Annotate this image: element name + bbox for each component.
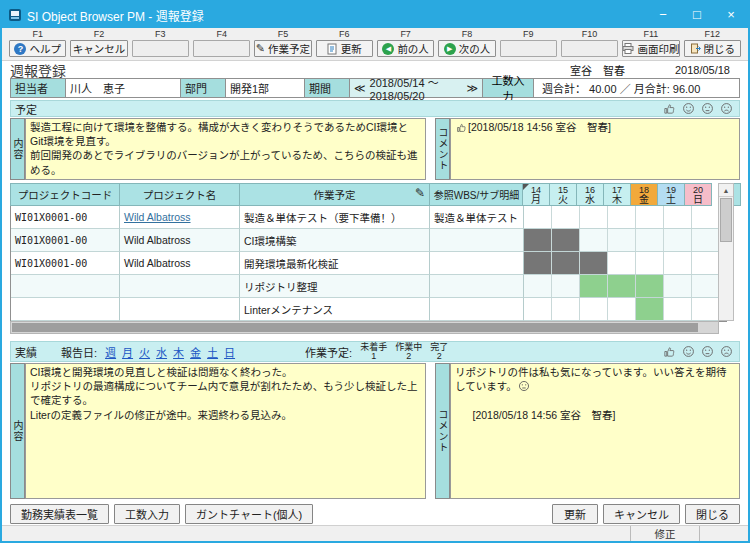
footer-close-button[interactable]: 閉じる bbox=[685, 504, 740, 524]
gantt-bar-gray bbox=[552, 252, 580, 274]
report-day-link-6[interactable]: 土 bbox=[207, 344, 218, 360]
gantt-cell bbox=[692, 275, 720, 297]
manhour-input-button-top[interactable]: 工数入力 bbox=[482, 78, 534, 98]
footer-update-button[interactable]: 更新 bbox=[552, 504, 598, 524]
work-plan-cell[interactable]: 開発環境最新化検証 bbox=[240, 252, 430, 275]
person-label: 担当者 bbox=[10, 78, 66, 98]
gantt-cell bbox=[664, 229, 692, 251]
toolbar-f9-button bbox=[500, 40, 557, 57]
report-day-link-3[interactable]: 水 bbox=[156, 344, 167, 360]
project-name-link[interactable]: Wild Albatross bbox=[124, 211, 191, 223]
footer-buttons: 勤務実績表一覧工数入力ガントチャート(個人) 更新キャンセル閉じる bbox=[10, 504, 740, 524]
toolbar-cancel-button[interactable]: キャンセル bbox=[70, 40, 127, 57]
toolbar-cell-f8: F8▶次の人 bbox=[436, 28, 497, 57]
table-horizontal-scrollbar[interactable] bbox=[10, 321, 719, 334]
status-item-0: 未着手1 bbox=[360, 342, 387, 361]
face-smile-icon[interactable] bbox=[682, 345, 695, 358]
maximize-button[interactable]: □ bbox=[680, 2, 714, 28]
horizontal-scrollbar-thumb[interactable] bbox=[12, 323, 698, 332]
gantt-chart-button[interactable]: ガントチャート(個人) bbox=[185, 504, 313, 524]
manhour-input-button-bottom[interactable]: 工数入力 bbox=[114, 504, 180, 524]
actual-comment-box[interactable]: リポジトリの件は私も気になっています。いい答えを期待しています。 [2018/0… bbox=[450, 363, 740, 499]
toolbar-update-button[interactable]: 更新 bbox=[316, 40, 373, 57]
attendance-list-button[interactable]: 勤務実績表一覧 bbox=[10, 504, 109, 524]
vertical-scrollbar-thumb[interactable] bbox=[720, 198, 732, 242]
report-day-links: 週月火水木金土日 bbox=[105, 344, 235, 360]
toolbar-cell-f5: F5✎作業予定 bbox=[252, 28, 313, 57]
toolbar-cell-f11: F11画面印刷 bbox=[620, 28, 681, 57]
project-name-cell: Wild Albatross bbox=[120, 206, 240, 229]
table-vertical-scrollbar[interactable]: ▲ bbox=[718, 183, 734, 321]
wbs-cell bbox=[430, 298, 524, 321]
report-day-link-0[interactable]: 週 bbox=[105, 344, 116, 360]
next-week-arrow[interactable]: ≫ bbox=[466, 82, 478, 95]
face-smile-icon[interactable] bbox=[682, 102, 695, 115]
gantt-cell bbox=[664, 206, 692, 228]
help-button[interactable]: ?ヘルプ bbox=[9, 40, 66, 57]
wbs-cell bbox=[430, 229, 524, 252]
gantt-cell bbox=[580, 229, 608, 251]
prev-week-arrow[interactable]: ≪ bbox=[354, 82, 366, 95]
fkey-label-f4: F4 bbox=[193, 28, 250, 40]
day-of-week: 金 bbox=[631, 195, 657, 205]
work-plan-button[interactable]: ✎作業予定 bbox=[254, 40, 311, 57]
project-table: プロジェクトコード プロジェクト名 作業予定 ✎ 参照WBS/サブ明細 14月1… bbox=[10, 183, 742, 322]
close-window-button[interactable]: × bbox=[714, 2, 748, 28]
plan-comment-box[interactable]: [2018/05/18 14:56 室谷 智春] bbox=[450, 118, 740, 180]
actual-content-textarea[interactable]: CI環境と開発環境の見直しと検証は問題なく終わった。 リポジトリの最適構成につい… bbox=[25, 363, 426, 499]
table-row-1: WI01X0001-00Wild Albatross製造＆単体テスト（要下準備！… bbox=[11, 206, 726, 229]
work-plan-cell[interactable]: 製造＆単体テスト（要下準備！） bbox=[240, 206, 430, 229]
toolbar-cell-f2: F2キャンセル bbox=[68, 28, 129, 57]
face-neutral-icon[interactable] bbox=[701, 102, 714, 115]
face-frown-icon[interactable] bbox=[720, 102, 733, 115]
report-day-link-4[interactable]: 木 bbox=[173, 344, 184, 360]
toolbar-cell-f7: F7◀前の人 bbox=[375, 28, 436, 57]
gantt-day-headers: 14月15火16水17木18金19土20日 bbox=[523, 183, 720, 206]
project-name-cell: Wild Albatross bbox=[120, 229, 240, 252]
report-day-link-1[interactable]: 月 bbox=[122, 344, 133, 360]
day-header-18: 18金 bbox=[630, 183, 658, 206]
thumbs-up-icon[interactable] bbox=[663, 345, 676, 358]
print-screen-button[interactable]: 画面印刷 bbox=[622, 40, 679, 57]
face-frown-icon[interactable] bbox=[720, 345, 733, 358]
toolbar-f3-button bbox=[132, 40, 189, 57]
plan-content-textarea[interactable]: 製造工程に向けて環境を整備する。構成が大きく変わりそうであるためCI環境とGit… bbox=[25, 118, 426, 180]
toolbar-cell-f6: F6更新 bbox=[314, 28, 375, 57]
gantt-cell bbox=[664, 275, 692, 297]
project-name-cell bbox=[120, 275, 240, 298]
thumbs-up-icon[interactable] bbox=[663, 102, 676, 115]
app-window: SI Object Browser PM - 週報登録 − □ × F1?ヘルプ… bbox=[0, 0, 750, 543]
report-day-link-7[interactable]: 日 bbox=[224, 344, 235, 360]
edit-pencil-icon: ✎ bbox=[415, 186, 425, 200]
work-plan-cell[interactable]: CI環境構築 bbox=[240, 229, 430, 252]
toolbar-close-button[interactable]: 閉じる bbox=[684, 40, 741, 57]
status-count: 1 bbox=[371, 352, 376, 361]
gantt-cell bbox=[580, 206, 608, 228]
previous-person-button[interactable]: ◀前の人 bbox=[377, 40, 434, 57]
work-plan-cell[interactable]: Linterメンテナンス bbox=[240, 298, 430, 321]
footer-cancel-button[interactable]: キャンセル bbox=[603, 504, 680, 524]
help-icon: ? bbox=[14, 43, 26, 55]
report-day-link-2[interactable]: 火 bbox=[139, 344, 150, 360]
gantt-cell bbox=[608, 229, 636, 251]
wbs-cell bbox=[430, 252, 524, 275]
scroll-up-icon[interactable]: ▲ bbox=[719, 184, 733, 197]
period-value: 2018/05/14 ～ 2018/05/20 bbox=[370, 74, 463, 102]
next-person-button[interactable]: ▶次の人 bbox=[438, 40, 495, 57]
report-day-link-5[interactable]: 金 bbox=[190, 344, 201, 360]
actual-comment-label: コメント bbox=[435, 363, 450, 499]
work-plan-cell[interactable]: リポジトリ整理 bbox=[240, 275, 430, 298]
gantt-cell bbox=[608, 206, 636, 228]
comment-face-icon bbox=[518, 380, 530, 392]
gantt-bar-gray bbox=[524, 252, 552, 274]
gantt-cell bbox=[692, 298, 720, 320]
minimize-button[interactable]: − bbox=[646, 2, 680, 28]
day-header-19: 19土 bbox=[657, 183, 685, 206]
day-of-week: 土 bbox=[658, 195, 684, 205]
face-neutral-icon[interactable] bbox=[701, 345, 714, 358]
project-name: Wild Albatross bbox=[124, 257, 191, 269]
login-user-name: 室谷 智春 bbox=[570, 62, 625, 78]
toolbar-f4-button bbox=[193, 40, 250, 57]
plan-section-header: 予定 bbox=[10, 100, 740, 117]
gantt-cell bbox=[692, 206, 720, 228]
